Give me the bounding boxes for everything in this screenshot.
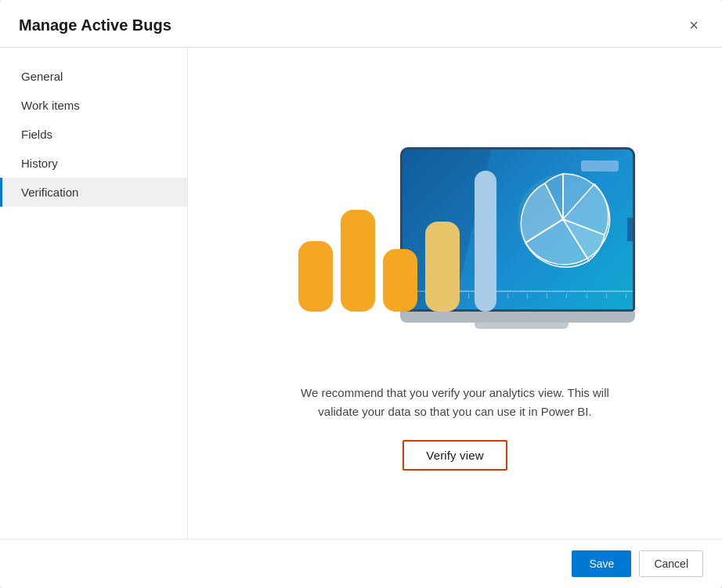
pie-chart-svg	[512, 168, 614, 270]
cancel-button[interactable]: Cancel	[639, 550, 703, 577]
dialog-body: General Work items Fields History Verifi…	[0, 48, 722, 539]
tick	[507, 294, 508, 298]
bar-3	[383, 249, 417, 312]
sidebar-item-work-items[interactable]: Work items	[0, 91, 187, 120]
save-button[interactable]: Save	[572, 550, 631, 577]
tick	[547, 294, 547, 298]
sidebar-item-general[interactable]: General	[0, 62, 187, 91]
bar-4	[425, 222, 460, 312]
sidebar: General Work items Fields History Verifi…	[0, 48, 188, 539]
verify-view-button[interactable]: Verify view	[403, 440, 507, 471]
sidebar-item-verification[interactable]: Verification	[0, 178, 187, 207]
sidebar-item-history[interactable]: History	[0, 149, 187, 178]
device-stand	[475, 323, 569, 329]
dialog: Manage Active Bugs × General Work items …	[0, 0, 722, 588]
device-base	[400, 312, 635, 323]
tick	[587, 294, 587, 298]
dialog-title: Manage Active Bugs	[19, 16, 171, 34]
tick	[468, 294, 469, 298]
sidebar-item-fields[interactable]: Fields	[0, 120, 187, 149]
bar-2	[341, 210, 375, 312]
close-button[interactable]: ×	[684, 14, 703, 36]
tick	[626, 294, 626, 298]
dialog-header: Manage Active Bugs ×	[0, 0, 722, 48]
dialog-footer: Save Cancel	[0, 539, 722, 588]
main-content: We recommend that you verify your analyt…	[188, 48, 722, 539]
device-side-accent	[627, 218, 633, 241]
tick	[566, 294, 567, 298]
pie-chart-container	[512, 168, 614, 270]
bar-tall	[475, 171, 496, 312]
tick	[606, 294, 607, 298]
bar-chart-group	[298, 210, 460, 312]
bar-1	[298, 241, 333, 312]
description-text: We recommend that you verify your analyt…	[301, 384, 609, 421]
tick	[527, 294, 528, 298]
illustration	[267, 124, 643, 359]
